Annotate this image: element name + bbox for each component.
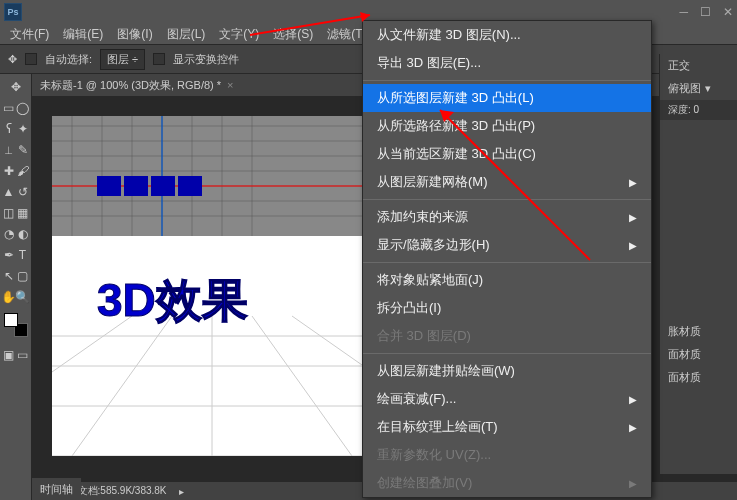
path-tool-icon[interactable]: ↖ [3, 267, 15, 285]
menu-item[interactable]: 拆分凸出(I) [363, 294, 651, 322]
submenu-arrow-icon: ▶ [629, 478, 637, 489]
menu-item[interactable]: 导出 3D 图层(E)... [363, 49, 651, 77]
menu-2[interactable]: 图像(I) [111, 24, 158, 45]
quickmask-icon[interactable]: ▣ [3, 346, 15, 364]
timeline-panel[interactable]: 时间轴 [32, 478, 81, 500]
3d-menu-dropdown[interactable]: 从文件新建 3D 图层(N)...导出 3D 图层(E)...从所选图层新建 3… [362, 20, 652, 498]
healing-brush-icon[interactable]: ✚ [3, 162, 15, 180]
menu-item: 重新参数化 UV(Z)... [363, 441, 651, 469]
menu-item[interactable]: 添加约束的来源▶ [363, 203, 651, 231]
toolbox[interactable]: ✥ ▭◯ ʕ✦ ⟂✎ ✚🖌 ▲↺ ◫▦ ◔◐ ✒T ↖▢ ✋🔍 ▣▭ [0, 74, 32, 500]
material-item[interactable]: 面材质 [660, 343, 737, 366]
menu-item: 合并 3D 图层(D) [363, 322, 651, 350]
menu-item[interactable]: 显示/隐藏多边形(H)▶ [363, 231, 651, 259]
menu-item: 创建绘图叠加(V)▶ [363, 469, 651, 497]
auto-select-label: 自动选择: [45, 52, 92, 67]
screenmode-icon[interactable]: ▭ [17, 346, 29, 364]
menu-item[interactable]: 在目标纹理上绘画(T)▶ [363, 413, 651, 441]
shape-tool-icon[interactable]: ▢ [17, 267, 29, 285]
view-label[interactable]: 俯视图 [668, 81, 701, 96]
menu-item[interactable]: 将对象贴紧地面(J) [363, 266, 651, 294]
menu-item[interactable]: 绘画衰减(F)...▶ [363, 385, 651, 413]
zoom-tool-icon[interactable]: 🔍 [17, 288, 29, 306]
menu-item[interactable]: 从所选图层新建 3D 凸出(L) [363, 84, 651, 112]
orient-label: 正交 [668, 58, 690, 73]
lasso-tool-icon[interactable]: ʕ [3, 120, 15, 138]
maximize-icon[interactable]: ☐ [700, 5, 711, 19]
magic-wand-icon[interactable]: ✦ [17, 120, 29, 138]
depth-header: 深度: 0 [660, 100, 737, 120]
ellipse-marquee-icon[interactable]: ◯ [17, 99, 29, 117]
svg-rect-17 [97, 176, 121, 196]
canvas-content[interactable]: 3D效果 [52, 116, 372, 456]
menu-0[interactable]: 文件(F) [4, 24, 55, 45]
svg-rect-19 [151, 176, 175, 196]
submenu-arrow-icon: ▶ [629, 394, 637, 405]
close-tab-icon[interactable]: × [227, 79, 233, 91]
marquee-tool-icon[interactable]: ▭ [3, 99, 15, 117]
3d-text: 3D效果 [97, 274, 248, 326]
submenu-arrow-icon: ▶ [629, 422, 637, 433]
submenu-arrow-icon: ▶ [629, 240, 637, 251]
history-brush-icon[interactable]: ↺ [17, 183, 29, 201]
material-item[interactable]: 胀材质 [660, 320, 737, 343]
window-controls[interactable]: ─ ☐ ✕ [679, 5, 733, 19]
material-item[interactable]: 面材质 [660, 366, 737, 389]
blur-tool-icon[interactable]: ◔ [3, 225, 15, 243]
gradient-tool-icon[interactable]: ▦ [17, 204, 29, 222]
status-arrow-icon[interactable]: ▸ [179, 486, 184, 497]
svg-rect-20 [178, 176, 202, 196]
type-tool-icon[interactable]: T [17, 246, 29, 264]
3d-scene: 3D效果 [52, 116, 372, 456]
menu-item[interactable]: 从文件新建 3D 图层(N)... [363, 21, 651, 49]
menu-5[interactable]: 选择(S) [267, 24, 319, 45]
close-icon[interactable]: ✕ [723, 5, 733, 19]
foreground-swatch[interactable] [4, 313, 18, 327]
crop-tool-icon[interactable]: ⟂ [3, 141, 15, 159]
menu-item[interactable]: 从当前选区新建 3D 凸出(C) [363, 140, 651, 168]
menu-item[interactable]: 从图层新建网格(M)▶ [363, 168, 651, 196]
minimize-icon[interactable]: ─ [679, 5, 688, 19]
eyedropper-icon[interactable]: ✎ [17, 141, 29, 159]
menu-3[interactable]: 图层(L) [161, 24, 212, 45]
menu-1[interactable]: 编辑(E) [57, 24, 109, 45]
menu-item[interactable]: 从所选路径新建 3D 凸出(P) [363, 112, 651, 140]
auto-select-checkbox[interactable] [25, 53, 37, 65]
right-panel[interactable]: 正交 俯视图 ▾ 深度: 0 胀材质 面材质 面材质 [659, 54, 737, 474]
show-transform-checkbox[interactable] [153, 53, 165, 65]
menu-item[interactable]: 从图层新建拼贴绘画(W) [363, 357, 651, 385]
stamp-tool-icon[interactable]: ▲ [3, 183, 15, 201]
show-transform-label: 显示变换控件 [173, 52, 239, 67]
move-tool-icon[interactable]: ✥ [4, 78, 28, 96]
hand-tool-icon[interactable]: ✋ [3, 288, 15, 306]
chevron-down-icon[interactable]: ▾ [705, 82, 711, 95]
color-swatches[interactable] [4, 313, 28, 337]
document-title: 未标题-1 @ 100% (3D效果, RGB/8) * [40, 78, 221, 93]
pen-tool-icon[interactable]: ✒ [3, 246, 15, 264]
menu-4[interactable]: 文字(Y) [213, 24, 265, 45]
move-tool-icon[interactable]: ✥ [8, 53, 17, 66]
doc-info: 文档:585.9K/383.8K [78, 484, 167, 498]
submenu-arrow-icon: ▶ [629, 212, 637, 223]
eraser-tool-icon[interactable]: ◫ [3, 204, 15, 222]
svg-rect-18 [124, 176, 148, 196]
auto-select-target[interactable]: 图层 ÷ [100, 49, 145, 70]
submenu-arrow-icon: ▶ [629, 177, 637, 188]
brush-tool-icon[interactable]: 🖌 [17, 162, 29, 180]
ps-logo: Ps [4, 3, 22, 21]
dodge-tool-icon[interactable]: ◐ [17, 225, 29, 243]
